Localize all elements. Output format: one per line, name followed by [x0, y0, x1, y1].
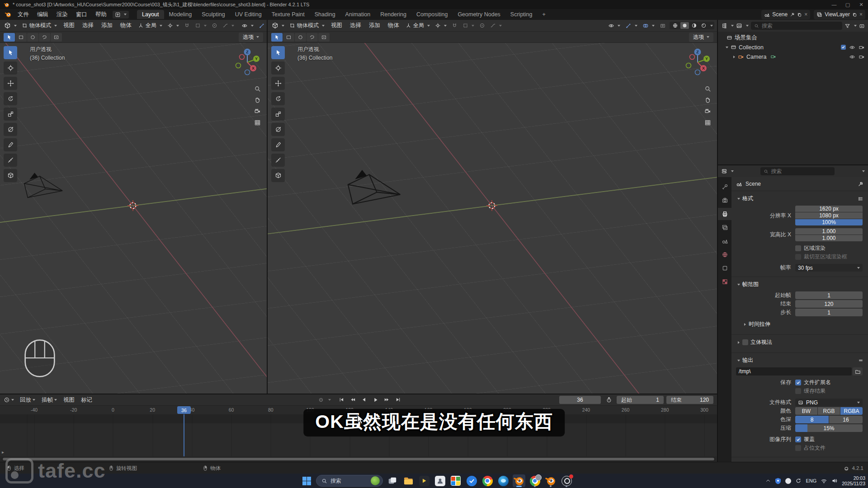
frame-start-field[interactable]: 起始1	[617, 396, 664, 404]
select-circle-button[interactable]	[295, 33, 306, 42]
editor-type-button[interactable]	[270, 22, 286, 29]
jump-to-start-button[interactable]	[336, 395, 347, 404]
gizmos-dropdown[interactable]	[257, 22, 267, 29]
taskbar-app-task-view[interactable]	[386, 474, 399, 487]
orientation-dropdown[interactable]: 全局	[137, 21, 164, 30]
resolution-y-field[interactable]: 1080 px	[795, 212, 863, 219]
tool-select-button[interactable]	[4, 46, 17, 59]
tool-annotate-button[interactable]	[4, 138, 17, 151]
playhead-marker[interactable]: 36	[177, 406, 191, 414]
tab-tool[interactable]	[718, 181, 731, 193]
timeline-scrollbar[interactable]	[2, 457, 715, 461]
taskbar-app-edge[interactable]	[497, 474, 509, 487]
mode-dropdown[interactable]: 物体模式	[20, 21, 58, 30]
tool-cursor-button[interactable]	[271, 61, 285, 75]
outliner-search-input[interactable]: 搜索	[751, 22, 842, 30]
snap-toggle[interactable]	[183, 22, 191, 29]
minimize-button[interactable]: —	[827, 0, 841, 9]
viewport-menu[interactable]: 物体	[118, 21, 134, 30]
orientation-dropdown[interactable]: 全局	[404, 21, 431, 30]
select-tweak-button[interactable]	[4, 33, 15, 42]
tray-expand-icon[interactable]	[765, 478, 771, 483]
resolution-scale-field[interactable]: 100%	[795, 219, 863, 225]
properties-options-icon[interactable]	[862, 170, 865, 172]
crop-region-checkbox[interactable]	[795, 254, 801, 260]
output-path-field[interactable]: /tmp\	[736, 367, 852, 375]
menu-item[interactable]: 渲染	[52, 10, 72, 19]
next-keyframe-button[interactable]	[382, 395, 392, 404]
taskbar-app-obs[interactable]	[560, 474, 573, 487]
taskbar-app-account[interactable]	[434, 474, 446, 487]
workspace-tab-rendering[interactable]: Rendering	[375, 10, 411, 19]
fps-dropdown[interactable]: 30 fps	[795, 264, 863, 272]
tool-rotate-button[interactable]	[271, 92, 285, 105]
workspace-tab-sculpting[interactable]: Sculpting	[197, 10, 230, 19]
tab-texture[interactable]	[718, 276, 731, 288]
tool-annotate-button[interactable]	[271, 138, 285, 151]
depth-8-button[interactable]: 8	[795, 416, 829, 423]
depth-16-button[interactable]: 16	[829, 416, 863, 423]
navigation-gizmo[interactable]: ZYX	[683, 46, 712, 76]
camera-view-button[interactable]	[704, 108, 711, 115]
select-circle-button[interactable]	[27, 33, 38, 42]
viewport-menu[interactable]: 添加	[99, 21, 115, 30]
sync-icon[interactable]	[795, 478, 802, 484]
pivot-dropdown[interactable]	[166, 22, 180, 29]
proportional-toggle[interactable]	[210, 22, 219, 29]
color-rgb-button[interactable]: RGB	[818, 407, 840, 415]
taskbar-app-chrome[interactable]	[481, 474, 494, 487]
viewport-menu[interactable]: 视图	[328, 21, 345, 30]
frame-end-field[interactable]: 结束120	[666, 396, 713, 404]
taskbar-app-media-player[interactable]	[418, 474, 430, 487]
select-box-button[interactable]	[15, 33, 27, 42]
tool-rotate-button[interactable]	[4, 92, 17, 105]
collection-checkbox[interactable]	[841, 45, 846, 50]
tool-scale-button[interactable]	[4, 108, 17, 121]
outliner-row-scene-collection[interactable]: 场景集合	[718, 33, 868, 42]
tray-app-icon[interactable]	[785, 478, 791, 484]
taskbar-clock[interactable]: 20:03 2025/11/23	[842, 475, 865, 486]
select-lasso-button[interactable]	[39, 33, 50, 42]
menu-item[interactable]: 帮助	[91, 10, 111, 19]
timeline-menu[interactable]: 视图	[60, 395, 78, 405]
new-collection-icon[interactable]	[859, 23, 865, 29]
tool-transform-button[interactable]	[271, 123, 285, 136]
viewport-menu[interactable]: 视图	[61, 21, 77, 30]
taskbar-app-blender-2[interactable]	[544, 474, 557, 487]
workspace-tab-animation[interactable]: Animation	[340, 10, 376, 19]
snap-dropdown[interactable]	[193, 22, 208, 29]
blender-menu-icon[interactable]	[5, 11, 12, 18]
tool-move-button[interactable]	[4, 77, 17, 90]
remove-viewlayer-icon[interactable]: ×	[859, 11, 863, 18]
select-tweak-button[interactable]	[271, 33, 283, 42]
tab-world[interactable]	[718, 249, 731, 261]
workspace-tab-scripting[interactable]: Scripting	[505, 10, 538, 19]
zoom-button[interactable]	[704, 85, 711, 92]
snap-dropdown[interactable]	[461, 22, 476, 29]
language-indicator[interactable]: ENG	[806, 478, 816, 483]
pin-icon[interactable]	[858, 181, 863, 187]
share-button[interactable]	[113, 11, 129, 19]
time-stretch-header[interactable]: 时间拉伸	[731, 319, 868, 330]
proportional-toggle[interactable]	[478, 22, 486, 29]
tool-cursor-button[interactable]	[4, 61, 17, 75]
prev-keyframe-button[interactable]	[348, 395, 358, 404]
tool-measure-button[interactable]	[4, 154, 17, 167]
output-header[interactable]: 输出	[731, 355, 868, 366]
pan-button[interactable]	[704, 97, 711, 103]
tool-addcube-button[interactable]	[271, 169, 285, 182]
cache-result-checkbox[interactable]	[795, 388, 801, 394]
start-button[interactable]	[300, 474, 313, 487]
viewport-3d-left[interactable]: 物体模式视图选择添加物体全局选项用户透视(36) CollectionZYX	[0, 20, 267, 394]
taskbar-app-blender[interactable]	[513, 474, 525, 487]
taskbar-app-todo[interactable]	[465, 474, 478, 487]
frame-start-field[interactable]: 1	[795, 291, 863, 299]
select-paint-button[interactable]	[318, 33, 330, 42]
color-bw-button[interactable]: BW	[795, 407, 817, 415]
menu-item[interactable]: 窗口	[72, 10, 91, 19]
hide-eye-icon[interactable]	[849, 44, 855, 51]
viewport-menu[interactable]: 选择	[80, 21, 96, 30]
aspect-x-field[interactable]: 1.000	[795, 228, 863, 235]
select-box-button[interactable]	[283, 33, 294, 42]
shading-wireframe-button[interactable]	[671, 22, 679, 29]
